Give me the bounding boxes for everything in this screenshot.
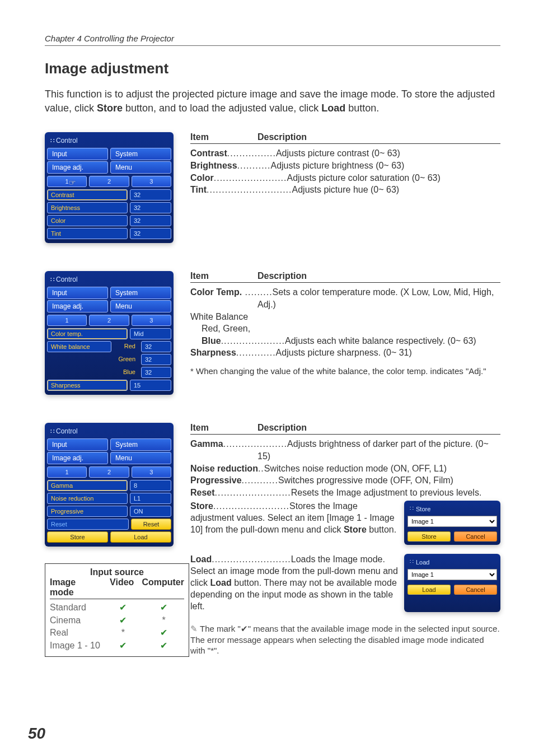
nr-key: Noise reduction <box>190 464 258 473</box>
tab-3[interactable]: 3 <box>132 176 171 187</box>
load-mini-cancel-button[interactable]: Cancel <box>454 585 497 595</box>
intro-load-bold: Load <box>321 102 345 114</box>
panel1-label[interactable]: Contrast <box>47 189 128 200</box>
section-title: Image adjustment <box>45 60 500 77</box>
image-adj-button[interactable]: Image adj. <box>47 452 108 464</box>
color-temp-label[interactable]: Color temp. <box>47 328 128 339</box>
input-button[interactable]: Input <box>47 438 108 451</box>
progressive-label[interactable]: Progressive <box>47 506 128 517</box>
wb-green-value[interactable]: 32 <box>141 354 171 365</box>
check-icon: ✔ <box>160 641 167 650</box>
src-computer: ✔ <box>143 627 184 639</box>
tab-2[interactable]: 2 <box>89 176 129 187</box>
dots: .. <box>258 464 264 473</box>
hdr-item: Item <box>190 271 257 281</box>
input-button[interactable]: Input <box>47 287 108 299</box>
sharpness-label[interactable]: Sharpness <box>47 380 128 391</box>
panel-title: ∷Control <box>47 425 171 437</box>
color-temp-value[interactable]: Mid <box>130 328 171 339</box>
gamma-value[interactable]: 8 <box>130 480 171 491</box>
desc-key: Tint <box>190 185 207 194</box>
nr-value[interactable]: L1 <box>130 493 171 504</box>
check-icon: ✔ <box>119 641 127 650</box>
store-button[interactable]: Store <box>47 531 108 543</box>
store-select[interactable]: Image 1 <box>407 516 497 527</box>
prog-val: Switches progressive mode (OFF, ON, Film… <box>278 475 453 485</box>
tab-1[interactable]: 1 <box>47 466 87 478</box>
progressive-value[interactable]: ON <box>130 506 171 517</box>
store-mini-cancel-button[interactable]: Cancel <box>454 531 497 542</box>
desc-key: Color <box>190 173 214 183</box>
input-button[interactable]: Input <box>47 148 108 160</box>
load-mini-load-button[interactable]: Load <box>407 585 451 595</box>
system-button[interactable]: System <box>110 438 171 451</box>
tab-1[interactable]: 1 <box>47 176 87 187</box>
check-icon: ✔ <box>160 603 167 612</box>
panel1-value[interactable]: 32 <box>130 202 171 213</box>
menu-button[interactable]: Menu <box>110 161 171 174</box>
store-val2: button. <box>367 525 396 534</box>
page-number: 50 <box>28 725 45 743</box>
panel1-value[interactable]: 32 <box>130 228 171 239</box>
src-name: Real <box>50 627 103 639</box>
image-adj-button[interactable]: Image adj. <box>47 300 108 312</box>
dots: ............ <box>242 475 278 485</box>
tab-3[interactable]: 3 <box>132 315 171 326</box>
gamma-v2: 15) <box>190 450 500 463</box>
src-h2: Video <box>102 577 142 598</box>
panel1-value[interactable]: 32 <box>130 189 171 200</box>
hdr-item: Item <box>190 132 257 142</box>
tab-2[interactable]: 2 <box>89 466 129 478</box>
dots: ................ <box>227 148 276 158</box>
menu-button[interactable]: Menu <box>110 452 171 464</box>
wb-blue-value[interactable]: 32 <box>141 367 171 378</box>
footnote-text: The mark "✔" means that the available im… <box>190 624 500 655</box>
reset-label: Reset <box>47 519 129 530</box>
tab-1[interactable]: 1 <box>47 315 87 326</box>
panel1-label[interactable]: Brightness <box>47 202 128 213</box>
hdr-desc: Description <box>257 423 307 433</box>
intro-text-c: button, and to load the adjusted value, … <box>123 102 321 114</box>
src-row: Standard✔✔ <box>50 601 184 614</box>
desc-colortemp: Color Temp. .........Sets a color temper… <box>190 286 500 298</box>
image-adj-button[interactable]: Image adj. <box>47 161 108 174</box>
src-name: Standard <box>50 601 103 614</box>
gamma-label[interactable]: Gamma <box>47 480 128 491</box>
desc-val: Adjusts picture brightness (0~ 63) <box>270 161 404 170</box>
tab-2[interactable]: 2 <box>89 315 129 326</box>
desc-header-3: Item Description <box>190 423 500 435</box>
colortemp-val1: Sets a color temperature mode. (X Low, L… <box>273 287 494 297</box>
dots: .......................... <box>212 554 291 564</box>
panel1-label[interactable]: Tint <box>47 228 128 239</box>
reset-button[interactable]: Reset <box>131 519 171 530</box>
check-icon: ✔ <box>119 615 127 625</box>
panel-title: ∷Control <box>47 273 171 286</box>
src-video: * <box>103 627 144 639</box>
check-icon: ✔ <box>119 603 127 612</box>
panel-title: ∷Control <box>47 134 171 147</box>
store-mini-title: Store <box>416 506 430 512</box>
system-button[interactable]: System <box>110 287 171 299</box>
desc-key: Brightness <box>190 161 237 170</box>
store-mini-store-button[interactable]: Store <box>407 531 451 542</box>
wb-red-value[interactable]: 32 <box>141 341 171 352</box>
panel1-label[interactable]: Color <box>47 215 128 226</box>
desc-line: Color........................Adjusts pic… <box>190 172 500 184</box>
wb-green-label: Green <box>47 354 139 365</box>
desc-nr: Noise reduction..Switches noise reductio… <box>190 463 500 475</box>
nr-label[interactable]: Noise reduction <box>47 493 128 504</box>
menu-button[interactable]: Menu <box>110 300 171 312</box>
dots: ........... <box>237 161 271 170</box>
panel1-value[interactable]: 32 <box>130 215 171 226</box>
tab-3[interactable]: 3 <box>132 466 171 478</box>
intro-store-bold: Store <box>97 102 123 114</box>
load-select[interactable]: Image 1 <box>407 569 497 580</box>
load-button[interactable]: Load <box>110 531 171 543</box>
pencil-icon: ✎ <box>190 624 198 633</box>
store-key: Store <box>190 501 213 511</box>
desc-store: Store.........................Stores the… <box>190 501 399 545</box>
sharpness-value[interactable]: 15 <box>130 380 171 391</box>
system-button[interactable]: System <box>110 148 171 160</box>
reset-val: Resets the Image adjustment to previous … <box>291 488 482 497</box>
load-mini-title: Load <box>416 559 429 566</box>
